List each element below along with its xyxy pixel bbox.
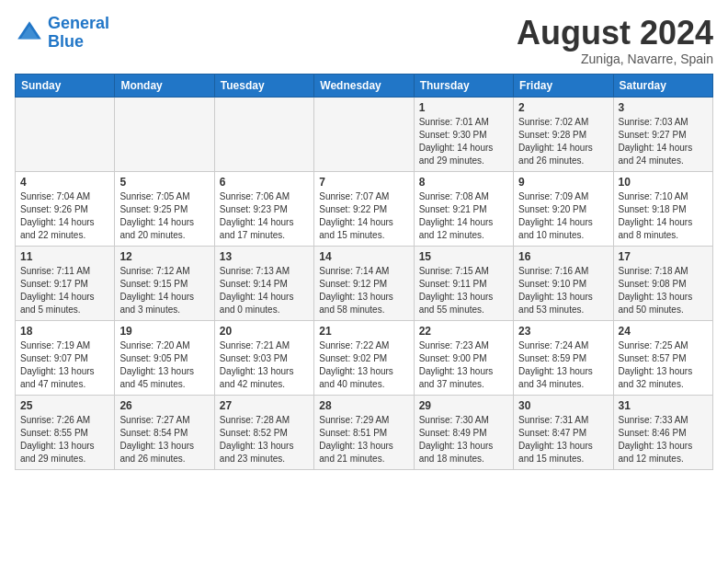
day-number: 24 bbox=[619, 325, 708, 338]
day-number: 8 bbox=[419, 176, 508, 189]
calendar-cell: 2Sunrise: 7:02 AM Sunset: 9:28 PM Daylig… bbox=[514, 97, 613, 171]
calendar-cell: 25Sunrise: 7:26 AM Sunset: 8:55 PM Dayli… bbox=[16, 395, 115, 469]
day-number: 9 bbox=[518, 176, 608, 189]
week-row-1: 4Sunrise: 7:04 AM Sunset: 9:26 PM Daylig… bbox=[16, 171, 713, 246]
day-number: 15 bbox=[419, 250, 508, 263]
calendar-body: 1Sunrise: 7:01 AM Sunset: 9:30 PM Daylig… bbox=[16, 97, 713, 469]
day-number: 31 bbox=[619, 399, 708, 412]
calendar-cell: 30Sunrise: 7:31 AM Sunset: 8:47 PM Dayli… bbox=[514, 395, 613, 469]
calendar-cell bbox=[214, 97, 313, 171]
calendar-cell: 20Sunrise: 7:21 AM Sunset: 9:03 PM Dayli… bbox=[214, 320, 313, 395]
day-info: Sunrise: 7:16 AM Sunset: 9:10 PM Dayligh… bbox=[518, 265, 608, 316]
calendar-cell: 3Sunrise: 7:03 AM Sunset: 9:27 PM Daylig… bbox=[613, 97, 712, 171]
day-info: Sunrise: 7:13 AM Sunset: 9:14 PM Dayligh… bbox=[220, 265, 309, 316]
day-header-thursday: Thursday bbox=[414, 74, 513, 97]
logo-line1: General bbox=[48, 14, 109, 32]
location: Zuniga, Navarre, Spain bbox=[517, 52, 713, 66]
calendar-cell: 29Sunrise: 7:30 AM Sunset: 8:49 PM Dayli… bbox=[414, 395, 513, 469]
header-row: SundayMondayTuesdayWednesdayThursdayFrid… bbox=[16, 74, 713, 97]
logo-text: General Blue bbox=[48, 15, 109, 52]
calendar-cell: 7Sunrise: 7:07 AM Sunset: 9:22 PM Daylig… bbox=[314, 171, 414, 246]
day-info: Sunrise: 7:25 AM Sunset: 8:57 PM Dayligh… bbox=[619, 339, 708, 391]
calendar-cell: 9Sunrise: 7:09 AM Sunset: 9:20 PM Daylig… bbox=[514, 171, 613, 246]
day-number: 17 bbox=[619, 250, 708, 263]
day-number: 13 bbox=[220, 250, 309, 263]
day-number: 21 bbox=[319, 325, 408, 338]
day-info: Sunrise: 7:08 AM Sunset: 9:21 PM Dayligh… bbox=[419, 190, 508, 242]
day-number: 1 bbox=[419, 101, 508, 114]
calendar-cell: 5Sunrise: 7:05 AM Sunset: 9:25 PM Daylig… bbox=[115, 171, 214, 246]
calendar-cell: 19Sunrise: 7:20 AM Sunset: 9:05 PM Dayli… bbox=[115, 320, 214, 395]
day-info: Sunrise: 7:01 AM Sunset: 9:30 PM Dayligh… bbox=[419, 116, 508, 167]
day-number: 10 bbox=[619, 176, 708, 189]
day-number: 27 bbox=[220, 399, 309, 412]
day-number: 5 bbox=[119, 176, 209, 189]
day-info: Sunrise: 7:19 AM Sunset: 9:07 PM Dayligh… bbox=[20, 339, 109, 391]
day-header-friday: Friday bbox=[514, 74, 613, 97]
day-info: Sunrise: 7:20 AM Sunset: 9:05 PM Dayligh… bbox=[119, 339, 209, 391]
week-row-4: 25Sunrise: 7:26 AM Sunset: 8:55 PM Dayli… bbox=[16, 395, 713, 469]
day-info: Sunrise: 7:28 AM Sunset: 8:52 PM Dayligh… bbox=[220, 414, 309, 465]
day-info: Sunrise: 7:31 AM Sunset: 8:47 PM Dayligh… bbox=[518, 414, 608, 465]
day-number: 19 bbox=[119, 325, 209, 338]
title-block: August 2024 Zuniga, Navarre, Spain bbox=[517, 15, 713, 66]
calendar-header: SundayMondayTuesdayWednesdayThursdayFrid… bbox=[16, 74, 713, 97]
calendar-cell: 31Sunrise: 7:33 AM Sunset: 8:46 PM Dayli… bbox=[613, 395, 712, 469]
day-header-wednesday: Wednesday bbox=[314, 74, 414, 97]
day-header-sunday: Sunday bbox=[16, 74, 115, 97]
calendar-cell: 1Sunrise: 7:01 AM Sunset: 9:30 PM Daylig… bbox=[414, 97, 513, 171]
calendar-cell: 28Sunrise: 7:29 AM Sunset: 8:51 PM Dayli… bbox=[314, 395, 414, 469]
day-info: Sunrise: 7:33 AM Sunset: 8:46 PM Dayligh… bbox=[619, 414, 708, 465]
calendar-cell bbox=[16, 97, 115, 171]
day-header-tuesday: Tuesday bbox=[214, 74, 313, 97]
day-info: Sunrise: 7:23 AM Sunset: 9:00 PM Dayligh… bbox=[419, 339, 508, 391]
day-number: 3 bbox=[619, 101, 708, 114]
day-number: 30 bbox=[518, 399, 608, 412]
day-info: Sunrise: 7:04 AM Sunset: 9:26 PM Dayligh… bbox=[20, 190, 109, 242]
day-number: 6 bbox=[220, 176, 309, 189]
day-info: Sunrise: 7:30 AM Sunset: 8:49 PM Dayligh… bbox=[419, 414, 508, 465]
calendar-cell: 22Sunrise: 7:23 AM Sunset: 9:00 PM Dayli… bbox=[414, 320, 513, 395]
page-header: General Blue August 2024 Zuniga, Navarre… bbox=[15, 15, 713, 66]
day-number: 28 bbox=[319, 399, 408, 412]
day-number: 2 bbox=[518, 101, 608, 114]
calendar-cell: 13Sunrise: 7:13 AM Sunset: 9:14 PM Dayli… bbox=[214, 246, 313, 320]
day-info: Sunrise: 7:24 AM Sunset: 8:59 PM Dayligh… bbox=[518, 339, 608, 391]
calendar-cell: 23Sunrise: 7:24 AM Sunset: 8:59 PM Dayli… bbox=[514, 320, 613, 395]
day-number: 25 bbox=[20, 399, 109, 412]
day-info: Sunrise: 7:03 AM Sunset: 9:27 PM Dayligh… bbox=[619, 116, 708, 167]
calendar-cell: 27Sunrise: 7:28 AM Sunset: 8:52 PM Dayli… bbox=[214, 395, 313, 469]
calendar-cell: 8Sunrise: 7:08 AM Sunset: 9:21 PM Daylig… bbox=[414, 171, 513, 246]
day-number: 12 bbox=[119, 250, 209, 263]
day-info: Sunrise: 7:27 AM Sunset: 8:54 PM Dayligh… bbox=[119, 414, 209, 465]
day-info: Sunrise: 7:21 AM Sunset: 9:03 PM Dayligh… bbox=[220, 339, 309, 391]
calendar-cell bbox=[314, 97, 414, 171]
calendar-cell: 15Sunrise: 7:15 AM Sunset: 9:11 PM Dayli… bbox=[414, 246, 513, 320]
calendar-table: SundayMondayTuesdayWednesdayThursdayFrid… bbox=[15, 74, 713, 470]
calendar-cell: 16Sunrise: 7:16 AM Sunset: 9:10 PM Dayli… bbox=[514, 246, 613, 320]
day-number: 22 bbox=[419, 325, 508, 338]
calendar-cell: 12Sunrise: 7:12 AM Sunset: 9:15 PM Dayli… bbox=[115, 246, 214, 320]
day-info: Sunrise: 7:02 AM Sunset: 9:28 PM Dayligh… bbox=[518, 116, 608, 167]
calendar-cell: 10Sunrise: 7:10 AM Sunset: 9:18 PM Dayli… bbox=[613, 171, 712, 246]
day-info: Sunrise: 7:05 AM Sunset: 9:25 PM Dayligh… bbox=[119, 190, 209, 242]
calendar-cell: 14Sunrise: 7:14 AM Sunset: 9:12 PM Dayli… bbox=[314, 246, 414, 320]
calendar-cell: 17Sunrise: 7:18 AM Sunset: 9:08 PM Dayli… bbox=[613, 246, 712, 320]
calendar-cell: 18Sunrise: 7:19 AM Sunset: 9:07 PM Dayli… bbox=[16, 320, 115, 395]
day-number: 23 bbox=[518, 325, 608, 338]
week-row-3: 18Sunrise: 7:19 AM Sunset: 9:07 PM Dayli… bbox=[16, 320, 713, 395]
day-number: 7 bbox=[319, 176, 408, 189]
day-info: Sunrise: 7:15 AM Sunset: 9:11 PM Dayligh… bbox=[419, 265, 508, 316]
day-number: 4 bbox=[20, 176, 109, 189]
day-info: Sunrise: 7:26 AM Sunset: 8:55 PM Dayligh… bbox=[20, 414, 109, 465]
day-info: Sunrise: 7:18 AM Sunset: 9:08 PM Dayligh… bbox=[619, 265, 708, 316]
day-info: Sunrise: 7:07 AM Sunset: 9:22 PM Dayligh… bbox=[319, 190, 408, 242]
day-info: Sunrise: 7:11 AM Sunset: 9:17 PM Dayligh… bbox=[20, 265, 109, 316]
month-title: August 2024 bbox=[517, 15, 713, 52]
day-header-monday: Monday bbox=[115, 74, 214, 97]
calendar-cell bbox=[115, 97, 214, 171]
day-number: 18 bbox=[20, 325, 109, 338]
day-info: Sunrise: 7:10 AM Sunset: 9:18 PM Dayligh… bbox=[619, 190, 708, 242]
week-row-2: 11Sunrise: 7:11 AM Sunset: 9:17 PM Dayli… bbox=[16, 246, 713, 320]
day-info: Sunrise: 7:12 AM Sunset: 9:15 PM Dayligh… bbox=[119, 265, 209, 316]
